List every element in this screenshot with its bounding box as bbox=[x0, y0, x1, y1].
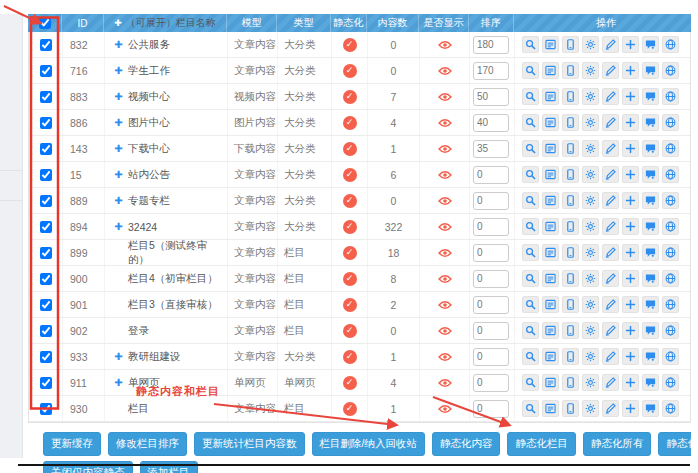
row-checkbox[interactable] bbox=[40, 65, 52, 77]
site-icon[interactable] bbox=[662, 348, 679, 365]
browse-icon[interactable] bbox=[542, 88, 559, 105]
static-enabled-icon[interactable]: ✓ bbox=[343, 350, 357, 364]
add-icon[interactable] bbox=[622, 322, 639, 339]
visible-eye-icon[interactable] bbox=[438, 352, 452, 362]
browse-icon[interactable] bbox=[542, 36, 559, 53]
static-enabled-icon[interactable]: ✓ bbox=[343, 168, 357, 182]
comment-icon[interactable] bbox=[642, 244, 659, 261]
row-checkbox[interactable] bbox=[40, 39, 52, 51]
sort-input[interactable] bbox=[473, 88, 509, 106]
mobile-icon[interactable] bbox=[562, 348, 579, 365]
row-checkbox[interactable] bbox=[40, 325, 52, 337]
visible-eye-icon[interactable] bbox=[438, 404, 452, 414]
sort-input[interactable] bbox=[473, 322, 509, 340]
settings-icon[interactable] bbox=[582, 36, 599, 53]
expand-plus-icon[interactable]: ✚ bbox=[113, 39, 124, 50]
settings-icon[interactable] bbox=[582, 218, 599, 235]
static-enabled-icon[interactable]: ✓ bbox=[343, 38, 357, 52]
mobile-icon[interactable] bbox=[562, 166, 579, 183]
search-icon[interactable] bbox=[522, 140, 539, 157]
search-icon[interactable] bbox=[522, 296, 539, 313]
sort-input[interactable] bbox=[473, 296, 509, 314]
search-icon[interactable] bbox=[522, 36, 539, 53]
mobile-icon[interactable] bbox=[562, 140, 579, 157]
browse-icon[interactable] bbox=[542, 114, 559, 131]
comment-icon[interactable] bbox=[642, 88, 659, 105]
edit-icon[interactable] bbox=[602, 36, 619, 53]
select-all-checkbox[interactable] bbox=[39, 17, 51, 29]
mobile-icon[interactable] bbox=[562, 270, 579, 287]
settings-icon[interactable] bbox=[582, 114, 599, 131]
expand-plus-icon[interactable]: ✚ bbox=[113, 351, 124, 362]
static-enabled-icon[interactable]: ✓ bbox=[343, 298, 357, 312]
add-icon[interactable] bbox=[622, 62, 639, 79]
row-checkbox[interactable] bbox=[40, 247, 52, 259]
add-icon[interactable] bbox=[622, 270, 639, 287]
browse-icon[interactable] bbox=[542, 322, 559, 339]
mobile-icon[interactable] bbox=[562, 322, 579, 339]
search-icon[interactable] bbox=[522, 218, 539, 235]
comment-icon[interactable] bbox=[642, 348, 659, 365]
expand-plus-icon[interactable]: ✚ bbox=[113, 377, 124, 388]
add-icon[interactable] bbox=[622, 36, 639, 53]
comment-icon[interactable] bbox=[642, 114, 659, 131]
settings-icon[interactable] bbox=[582, 400, 599, 417]
browse-icon[interactable] bbox=[542, 192, 559, 209]
search-icon[interactable] bbox=[522, 192, 539, 209]
edit-icon[interactable] bbox=[602, 88, 619, 105]
row-checkbox[interactable] bbox=[40, 143, 52, 155]
visible-eye-icon[interactable] bbox=[438, 248, 452, 258]
browse-icon[interactable] bbox=[542, 244, 559, 261]
mobile-icon[interactable] bbox=[562, 114, 579, 131]
site-icon[interactable] bbox=[662, 36, 679, 53]
visible-eye-icon[interactable] bbox=[438, 118, 452, 128]
add-icon[interactable] bbox=[622, 140, 639, 157]
add-icon[interactable] bbox=[622, 296, 639, 313]
settings-icon[interactable] bbox=[582, 270, 599, 287]
row-checkbox[interactable] bbox=[40, 403, 52, 415]
comment-icon[interactable] bbox=[642, 140, 659, 157]
toolbar-button[interactable]: 静态化栏目 bbox=[507, 432, 576, 456]
edit-icon[interactable] bbox=[602, 244, 619, 261]
edit-icon[interactable] bbox=[602, 62, 619, 79]
search-icon[interactable] bbox=[522, 400, 539, 417]
visible-eye-icon[interactable] bbox=[438, 144, 452, 154]
static-enabled-icon[interactable]: ✓ bbox=[343, 376, 357, 390]
browse-icon[interactable] bbox=[542, 218, 559, 235]
comment-icon[interactable] bbox=[642, 374, 659, 391]
sort-input[interactable] bbox=[473, 114, 509, 132]
search-icon[interactable] bbox=[522, 270, 539, 287]
browse-icon[interactable] bbox=[542, 348, 559, 365]
edit-icon[interactable] bbox=[602, 270, 619, 287]
site-icon[interactable] bbox=[662, 296, 679, 313]
toolbar-button[interactable]: 栏目删除/纳入回收站 bbox=[312, 432, 425, 456]
comment-icon[interactable] bbox=[642, 322, 659, 339]
toolbar-button[interactable]: 更新缓存 bbox=[43, 432, 101, 456]
settings-icon[interactable] bbox=[582, 140, 599, 157]
browse-icon[interactable] bbox=[542, 374, 559, 391]
toolbar-button[interactable]: 静态化内容 bbox=[432, 432, 501, 456]
edit-icon[interactable] bbox=[602, 348, 619, 365]
comment-icon[interactable] bbox=[642, 400, 659, 417]
mobile-icon[interactable] bbox=[562, 192, 579, 209]
comment-icon[interactable] bbox=[642, 296, 659, 313]
expand-all-icon[interactable]: ✚ bbox=[114, 18, 122, 28]
add-icon[interactable] bbox=[622, 192, 639, 209]
sort-input[interactable] bbox=[473, 192, 509, 210]
static-enabled-icon[interactable]: ✓ bbox=[343, 324, 357, 338]
search-icon[interactable] bbox=[522, 374, 539, 391]
visible-eye-icon[interactable] bbox=[438, 222, 452, 232]
search-icon[interactable] bbox=[522, 166, 539, 183]
expand-plus-icon[interactable]: ✚ bbox=[113, 169, 124, 180]
expand-plus-icon[interactable]: ✚ bbox=[113, 195, 124, 206]
add-icon[interactable] bbox=[622, 374, 639, 391]
edit-icon[interactable] bbox=[602, 140, 619, 157]
search-icon[interactable] bbox=[522, 62, 539, 79]
static-enabled-icon[interactable]: ✓ bbox=[343, 90, 357, 104]
settings-icon[interactable] bbox=[582, 296, 599, 313]
row-checkbox[interactable] bbox=[40, 351, 52, 363]
browse-icon[interactable] bbox=[542, 270, 559, 287]
settings-icon[interactable] bbox=[582, 348, 599, 365]
edit-icon[interactable] bbox=[602, 218, 619, 235]
mobile-icon[interactable] bbox=[562, 374, 579, 391]
